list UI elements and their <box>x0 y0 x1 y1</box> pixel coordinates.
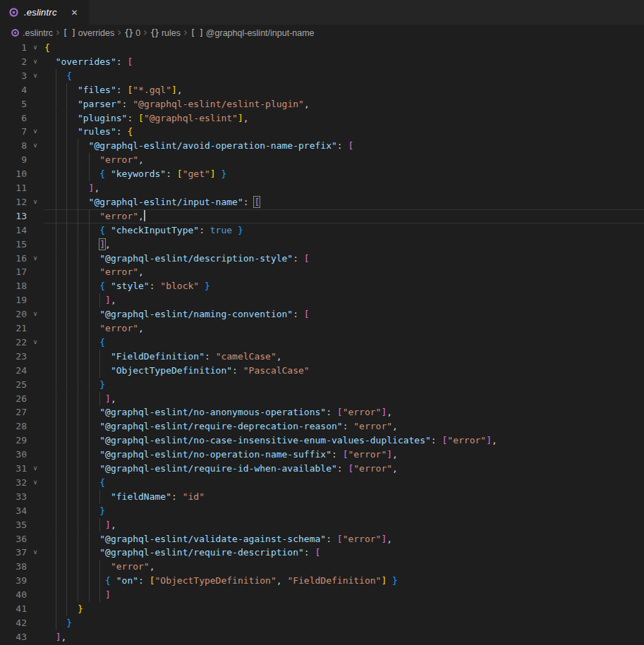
code-line-3[interactable]: 3∨{ <box>0 69 644 83</box>
code-line-26[interactable]: 26], <box>0 392 644 406</box>
code-line-11[interactable]: 11], <box>0 181 644 195</box>
code-line-29[interactable]: 29"@graphql-eslint/no-case-insensitive-e… <box>0 434 644 448</box>
code-line-12[interactable]: 12∨"@graphql-eslint/input-name": [ <box>0 195 644 209</box>
breadcrumb-item--eslintrc[interactable]: .eslintrc <box>11 28 53 38</box>
line-number[interactable]: 10 <box>0 167 27 181</box>
fold-chevron-icon[interactable]: ∨ <box>30 55 41 69</box>
code-line-39[interactable]: 39{ "on": ["ObjectTypeDefinition", "Fiel… <box>0 574 644 588</box>
fold-chevron-icon[interactable]: ∨ <box>30 307 41 321</box>
fold-chevron-icon[interactable]: ∨ <box>30 41 41 55</box>
code-editor[interactable]: 1∨{2∨"overrides": [3∨{4"files": ["*.gql"… <box>0 41 644 645</box>
code-line-28[interactable]: 28"@graphql-eslint/require-deprecation-r… <box>0 419 644 434</box>
breadcrumb-item-overrides[interactable]: [ ]overrides <box>63 28 114 38</box>
line-number[interactable]: 1 <box>0 41 27 55</box>
line-number[interactable]: 20 <box>0 307 27 321</box>
code-line-42[interactable]: 42} <box>0 616 644 630</box>
code-line-1[interactable]: 1∨{ <box>0 41 644 55</box>
line-number[interactable]: 39 <box>0 574 27 588</box>
fold-chevron-icon[interactable]: ∨ <box>30 69 41 83</box>
line-number[interactable]: 43 <box>0 630 27 644</box>
breadcrumb-item-0[interactable]: {}0 <box>124 28 140 38</box>
code-line-27[interactable]: 27"@graphql-eslint/no-anonymous-operatio… <box>0 405 644 419</box>
line-number[interactable]: 34 <box>0 504 27 518</box>
code-line-7[interactable]: 7∨"rules": { <box>0 125 644 139</box>
line-number[interactable]: 22 <box>0 336 27 350</box>
code-line-40[interactable]: 40] <box>0 588 644 602</box>
fold-chevron-icon[interactable]: ∨ <box>30 139 41 153</box>
code-line-15[interactable]: 15], <box>0 238 644 252</box>
line-number[interactable]: 27 <box>0 405 27 419</box>
code-line-43[interactable]: 43], <box>0 630 644 644</box>
line-number[interactable]: 25 <box>0 378 27 392</box>
code-line-23[interactable]: 23"FieldDefinition": "camelCase", <box>0 350 644 364</box>
code-line-2[interactable]: 2∨"overrides": [ <box>0 55 644 69</box>
line-number[interactable]: 35 <box>0 518 27 532</box>
breadcrumb-item-rules[interactable]: {}rules <box>150 28 181 38</box>
line-number[interactable]: 32 <box>0 476 27 490</box>
line-number[interactable]: 6 <box>0 111 27 125</box>
line-number[interactable]: 18 <box>0 279 27 293</box>
line-number[interactable]: 41 <box>0 602 27 616</box>
fold-chevron-icon[interactable]: ∨ <box>30 125 41 139</box>
fold-chevron-icon[interactable]: ∨ <box>30 195 41 209</box>
line-number[interactable]: 17 <box>0 265 27 279</box>
line-number[interactable]: 9 <box>0 153 27 167</box>
code-line-10[interactable]: 10{ "keywords": ["get"] } <box>0 167 644 181</box>
code-line-30[interactable]: 30"@graphql-eslint/no-operation-name-suf… <box>0 448 644 462</box>
line-number[interactable]: 16 <box>0 252 27 266</box>
code-line-31[interactable]: 31∨"@graphql-eslint/require-id-when-avai… <box>0 462 644 476</box>
code-line-14[interactable]: 14{ "checkInputType": true } <box>0 223 644 238</box>
line-number[interactable]: 31 <box>0 462 27 476</box>
line-number[interactable]: 2 <box>0 55 27 69</box>
fold-chevron-icon[interactable]: ∨ <box>30 336 41 350</box>
code-line-37[interactable]: 37∨"@graphql-eslint/require-description"… <box>0 546 644 560</box>
tab-eslintrc[interactable]: .eslintrc ✕ <box>0 0 89 25</box>
code-line-13[interactable]: 13"error", <box>0 209 644 223</box>
code-line-24[interactable]: 24"ObjectTypeDefinition": "PascalCase" <box>0 364 644 378</box>
code-line-16[interactable]: 16∨"@graphql-eslint/description-style": … <box>0 252 644 266</box>
line-number[interactable]: 26 <box>0 392 27 406</box>
fold-chevron-icon[interactable]: ∨ <box>30 476 41 490</box>
fold-chevron-icon[interactable]: ∨ <box>30 546 41 560</box>
line-number[interactable]: 33 <box>0 490 27 504</box>
line-number[interactable]: 5 <box>0 97 27 111</box>
line-number[interactable]: 12 <box>0 195 27 209</box>
code-line-25[interactable]: 25} <box>0 378 644 392</box>
code-line-32[interactable]: 32∨{ <box>0 476 644 490</box>
line-number[interactable]: 23 <box>0 350 27 364</box>
line-number[interactable]: 7 <box>0 125 27 139</box>
fold-chevron-icon[interactable]: ∨ <box>30 462 41 476</box>
code-line-5[interactable]: 5"parser": "@graphql-eslint/eslint-plugi… <box>0 97 644 111</box>
close-icon[interactable]: ✕ <box>68 6 82 20</box>
line-number[interactable]: 30 <box>0 448 27 462</box>
code-line-19[interactable]: 19], <box>0 293 644 307</box>
fold-chevron-icon[interactable]: ∨ <box>30 252 41 266</box>
line-number[interactable]: 15 <box>0 238 27 252</box>
code-line-9[interactable]: 9"error", <box>0 153 644 167</box>
line-number[interactable]: 21 <box>0 321 27 336</box>
breadcrumb-item--graphql-eslint-input-name[interactable]: [ ]@graphql-eslint/input-name <box>190 28 315 38</box>
code-line-8[interactable]: 8∨"@graphql-eslint/avoid-operation-name-… <box>0 139 644 153</box>
code-line-20[interactable]: 20∨"@graphql-eslint/naming-convention": … <box>0 307 644 321</box>
line-number[interactable]: 29 <box>0 434 27 448</box>
code-line-38[interactable]: 38"error", <box>0 560 644 574</box>
line-number[interactable]: 36 <box>0 532 27 546</box>
line-number[interactable]: 14 <box>0 223 27 238</box>
line-number[interactable]: 38 <box>0 560 27 574</box>
line-number[interactable]: 13 <box>0 209 27 223</box>
code-line-35[interactable]: 35], <box>0 518 644 532</box>
line-number[interactable]: 11 <box>0 181 27 195</box>
code-line-36[interactable]: 36"@graphql-eslint/validate-against-sche… <box>0 532 644 546</box>
code-line-4[interactable]: 4"files": ["*.gql"], <box>0 83 644 97</box>
line-number[interactable]: 40 <box>0 588 27 602</box>
code-line-41[interactable]: 41} <box>0 602 644 616</box>
code-line-22[interactable]: 22∨{ <box>0 336 644 350</box>
line-number[interactable]: 24 <box>0 364 27 378</box>
line-number[interactable]: 19 <box>0 293 27 307</box>
code-line-34[interactable]: 34} <box>0 504 644 518</box>
code-line-33[interactable]: 33"fieldName": "id" <box>0 490 644 504</box>
code-line-17[interactable]: 17"error", <box>0 265 644 279</box>
line-number[interactable]: 28 <box>0 419 27 434</box>
code-line-21[interactable]: 21"error", <box>0 321 644 336</box>
line-number[interactable]: 8 <box>0 139 27 153</box>
